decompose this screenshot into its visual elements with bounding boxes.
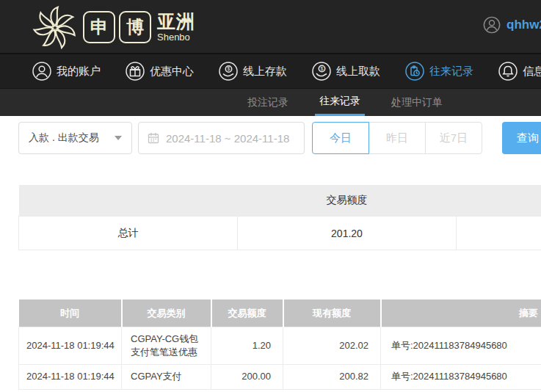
cell-amount: 200.00 xyxy=(211,365,283,389)
nav-label: 线上存款 xyxy=(243,65,287,79)
nav-item-deposit[interactable]: $ 线上存款 xyxy=(219,62,287,81)
user-icon xyxy=(32,62,51,81)
svg-text:$: $ xyxy=(321,66,324,71)
summary-header-empty xyxy=(19,185,238,217)
transaction-type-select[interactable]: 入款 . 出款交易 xyxy=(18,122,132,154)
summary-total-value: 201.20 xyxy=(238,217,457,250)
brand-subtitle: Shenbo xyxy=(157,32,195,42)
sub-nav: 投注记录 往来记录 处理中订单 xyxy=(0,88,541,116)
transaction-type-value: 入款 . 出款交易 xyxy=(29,131,99,145)
withdraw-icon: $ xyxy=(312,62,331,81)
tab-betting-records[interactable]: 投注记录 xyxy=(243,89,293,116)
nav-item-withdraw[interactable]: $ 线上取款 xyxy=(312,62,380,81)
avatar-icon xyxy=(483,16,501,34)
tab-processing-orders[interactable]: 处理中订单 xyxy=(387,89,447,116)
cell-summary: 单号:202411183784945680 xyxy=(381,365,541,389)
nav-item-messages[interactable]: 信息 xyxy=(498,62,541,81)
col-header-time: 时间 xyxy=(19,300,122,327)
brand-text: 亚洲 Shenbo xyxy=(157,12,195,42)
table-row: 2024-11-18 01:19:44 CGPAY支付 200.00 200.8… xyxy=(19,365,541,389)
col-header-balance: 现有额度 xyxy=(283,300,381,327)
nav-item-records[interactable]: 往来记录 xyxy=(405,62,473,81)
col-header-type: 交易类别 xyxy=(122,300,211,327)
records-icon xyxy=(405,62,424,81)
user-account[interactable]: qhhw2 xyxy=(483,16,541,34)
cell-time: 2024-11-18 01:19:44 xyxy=(19,365,122,389)
cell-time: 2024-11-18 01:19:44 xyxy=(19,327,122,365)
cell-type: CGPAY-CG钱包支付笔笔送优惠 xyxy=(122,327,211,365)
summary-header-row: 交易额度 xyxy=(19,185,541,217)
logo-char-shen: 申 xyxy=(83,11,115,43)
nav-label: 信息 xyxy=(523,65,541,79)
brand-region: 亚洲 xyxy=(157,12,195,31)
nav-label: 我的账户 xyxy=(57,65,101,79)
nav-label: 优惠中心 xyxy=(150,65,194,79)
records-table: 时间 交易类别 交易额度 现有额度 摘要 2024-11-18 01:19:44… xyxy=(18,300,541,390)
nav-item-my-account[interactable]: 我的账户 xyxy=(32,62,101,81)
today-button[interactable]: 今日 xyxy=(312,122,369,154)
logo-char-bo: 博 xyxy=(119,11,151,43)
cell-type: CGPAY支付 xyxy=(122,365,211,389)
summary-header-empty2 xyxy=(457,185,541,217)
date-range-value: 2024-11-18 ~ 2024-11-18 xyxy=(166,132,289,145)
table-row: 2024-11-18 01:19:44 CGPAY-CG钱包支付笔笔送优惠 1.… xyxy=(19,327,541,365)
bell-icon xyxy=(498,62,518,81)
tab-transaction-records[interactable]: 往来记录 xyxy=(315,89,365,116)
filter-bar: 入款 . 出款交易 2024-11-18 ~ 2024-11-18 今日 昨日 … xyxy=(18,122,541,154)
cell-amount: 1.20 xyxy=(211,327,283,365)
summary-empty-cell xyxy=(457,217,541,250)
last7days-button[interactable]: 近7日 xyxy=(425,122,482,154)
quick-date-buttons: 今日 昨日 近7日 xyxy=(312,122,482,154)
brand-header: 申 博 亚洲 Shenbo qhhw2 xyxy=(0,0,541,53)
search-button[interactable]: 查询 xyxy=(502,122,541,154)
nav-label: 线上取款 xyxy=(336,65,380,79)
gift-icon xyxy=(126,62,145,81)
col-header-summary: 摘要 xyxy=(381,300,541,327)
summary-header-amount: 交易额度 xyxy=(238,185,457,217)
brand-logo[interactable]: 申 博 亚洲 Shenbo xyxy=(31,3,195,51)
deposit-icon: $ xyxy=(219,62,238,81)
summary-total-row: 总计 201.20 xyxy=(19,217,541,250)
cell-balance: 200.82 xyxy=(283,365,381,389)
records-header-row: 时间 交易类别 交易额度 现有额度 摘要 xyxy=(19,300,541,327)
cell-balance: 202.02 xyxy=(283,327,381,365)
calendar-icon xyxy=(148,132,159,144)
summary-total-label: 总计 xyxy=(19,217,238,250)
flower-logo-icon xyxy=(31,3,79,51)
yesterday-button[interactable]: 昨日 xyxy=(368,122,426,154)
username[interactable]: qhhw2 xyxy=(506,18,541,32)
nav-item-promotions[interactable]: 优惠中心 xyxy=(126,62,194,81)
chevron-down-icon xyxy=(115,136,122,140)
summary-table: 交易额度 总计 201.20 xyxy=(18,185,541,250)
page: 申 博 亚洲 Shenbo qhhw2 我的账户 xyxy=(0,0,541,392)
svg-text:$: $ xyxy=(228,66,230,71)
date-range-input[interactable]: 2024-11-18 ~ 2024-11-18 xyxy=(138,122,305,154)
col-header-amount: 交易额度 xyxy=(211,300,283,327)
nav-label: 往来记录 xyxy=(429,65,473,79)
main-nav: 我的账户 优惠中心 $ 线上存款 xyxy=(0,53,541,88)
cell-summary: 单号:202411183784945680 xyxy=(381,327,541,365)
